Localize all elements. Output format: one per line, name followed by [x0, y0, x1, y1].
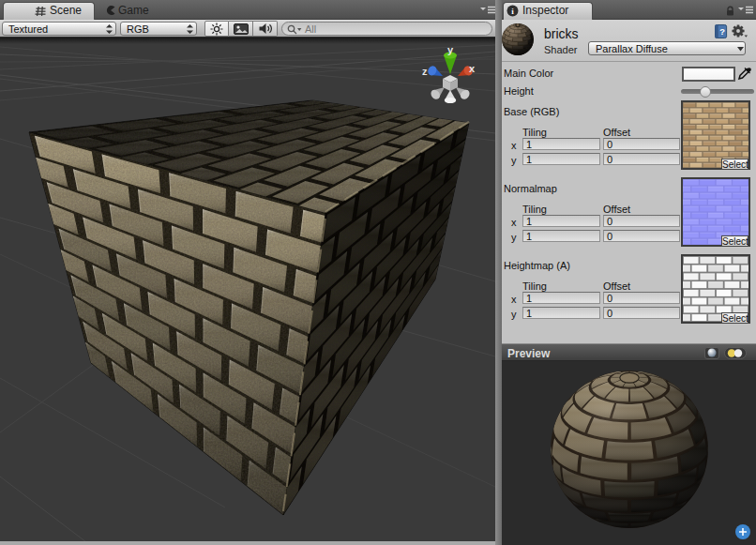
svg-text:y: y	[447, 44, 454, 55]
svg-text:z: z	[422, 66, 428, 77]
svg-text:x: x	[469, 63, 476, 74]
